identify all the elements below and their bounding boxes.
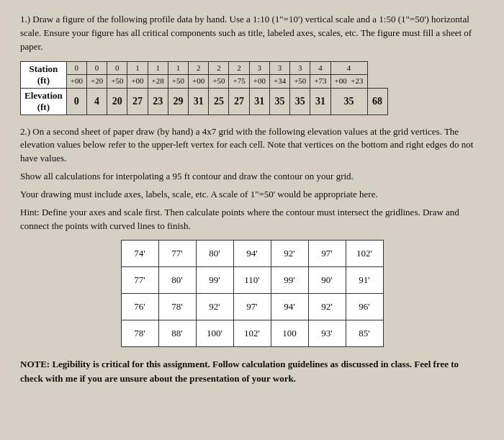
elev-6: 31	[189, 88, 209, 115]
cell-3-4: 100	[271, 320, 308, 347]
grid-row-0: 74' 77' 80' 94' 92' 97' 102'	[121, 241, 383, 267]
col-top-10: 3	[269, 61, 289, 75]
grid-row-2: 76' 78' 92' 97' 94' 92' 96'	[121, 294, 383, 320]
cell-3-5: 93'	[308, 320, 346, 347]
col-top-8: 2	[229, 61, 249, 75]
cell-3-0: 78'	[121, 320, 158, 347]
col-bot-0: +00	[66, 75, 86, 89]
col-top-5: 1	[168, 61, 188, 75]
elev-5: 29	[168, 88, 188, 115]
cell-0-3: 94'	[233, 241, 271, 267]
col-bot-12: +73	[310, 75, 330, 89]
col-bot-4: +28	[148, 75, 168, 89]
note-text: NOTE: Legibility is critical for this as…	[20, 357, 484, 385]
elev-10: 35	[269, 88, 289, 115]
cell-2-1: 78'	[158, 294, 196, 320]
cell-1-3: 110'	[233, 267, 271, 294]
cell-0-1: 77'	[158, 241, 196, 267]
col-top-9: 3	[249, 61, 269, 75]
grid-row-1: 77' 80' 99' 110' 99' 90' 91'	[121, 267, 383, 294]
col-bot-1: +20	[86, 75, 107, 89]
col-bot-8: +75	[229, 75, 249, 89]
cell-2-4: 94'	[271, 294, 308, 320]
col-top-1: 0	[86, 61, 107, 75]
q2-line2: Show all calculations for interpolating …	[20, 170, 484, 184]
q2-hint: Hint: Define your axes and scale first. …	[20, 206, 484, 233]
elev-11: 35	[290, 88, 310, 115]
cell-2-2: 92'	[196, 294, 233, 320]
col-bot-2: +50	[107, 75, 127, 89]
elev-2: 20	[107, 88, 127, 115]
cell-3-3: 102'	[233, 320, 271, 347]
col-top-6: 2	[189, 61, 209, 75]
col-bot-3: +00	[127, 75, 148, 89]
cell-1-4: 99'	[271, 267, 308, 294]
q2-intro: 2.) On a second sheet of paper draw (by …	[20, 125, 484, 166]
col-top-3: 1	[127, 61, 148, 75]
cell-3-6: 85'	[346, 320, 383, 347]
col-top-2: 0	[107, 61, 127, 75]
cell-1-2: 99'	[196, 267, 233, 294]
elev-3: 27	[127, 88, 148, 115]
col-top-7: 2	[209, 61, 229, 75]
elevation-grid: 74' 77' 80' 94' 92' 97' 102' 77' 80' 99'…	[121, 240, 384, 347]
elev-4: 23	[148, 88, 168, 115]
col-bot-5: +50	[168, 75, 188, 89]
elev-9: 31	[249, 88, 269, 115]
q1-text: 1.) Draw a figure of the following profi…	[20, 13, 484, 54]
question-2: 2.) On a second sheet of paper draw (by …	[20, 125, 484, 348]
elev-13: 35	[330, 88, 367, 115]
question-1: 1.) Draw a figure of the following profi…	[20, 13, 484, 115]
col-top-11: 3	[290, 61, 310, 75]
cell-1-0: 77'	[121, 267, 158, 294]
cell-0-2: 80'	[196, 241, 233, 267]
cell-1-6: 91'	[346, 267, 383, 294]
cell-3-2: 100'	[196, 320, 233, 347]
col-bot-6: +00	[189, 75, 209, 89]
col-bot-9: +00	[249, 75, 269, 89]
elev-14: 68	[367, 88, 387, 115]
q2-line3: Your drawing must include axes, labels, …	[20, 188, 484, 202]
cell-0-5: 97'	[308, 241, 346, 267]
cell-0-6: 102'	[346, 241, 383, 267]
elevation-label: Elevation(ft)	[21, 88, 67, 115]
elev-7: 25	[209, 88, 229, 115]
cell-0-0: 74'	[121, 241, 158, 267]
col-bot-11: +50	[290, 75, 310, 89]
cell-3-1: 88'	[158, 320, 196, 347]
cell-1-1: 80'	[158, 267, 196, 294]
elev-8: 27	[229, 88, 249, 115]
col-top-13: 4	[330, 61, 367, 75]
cell-0-4: 92'	[271, 241, 308, 267]
elev-0: 0	[66, 88, 86, 115]
col-bot-7: +50	[209, 75, 229, 89]
col-bot-10: +34	[269, 75, 289, 89]
cell-2-5: 92'	[308, 294, 346, 320]
col-top-12: 4	[310, 61, 330, 75]
col-top-0: 0	[66, 61, 86, 75]
cell-2-6: 96'	[346, 294, 383, 320]
elev-1: 4	[86, 88, 107, 115]
grid-row-3: 78' 88' 100' 102' 100 93' 85'	[121, 320, 383, 347]
col-top-4: 1	[148, 61, 168, 75]
cell-2-0: 76'	[121, 294, 158, 320]
col-bot-13: +00 +23	[330, 75, 367, 89]
elev-12: 31	[310, 88, 330, 115]
profile-table: Station(ft) 0 0 0 1 1 1 2 2 2 3 3 3 4 4 …	[20, 61, 388, 115]
cell-2-3: 97'	[233, 294, 271, 320]
station-label: Station(ft)	[21, 61, 67, 88]
cell-1-5: 90'	[308, 267, 346, 294]
